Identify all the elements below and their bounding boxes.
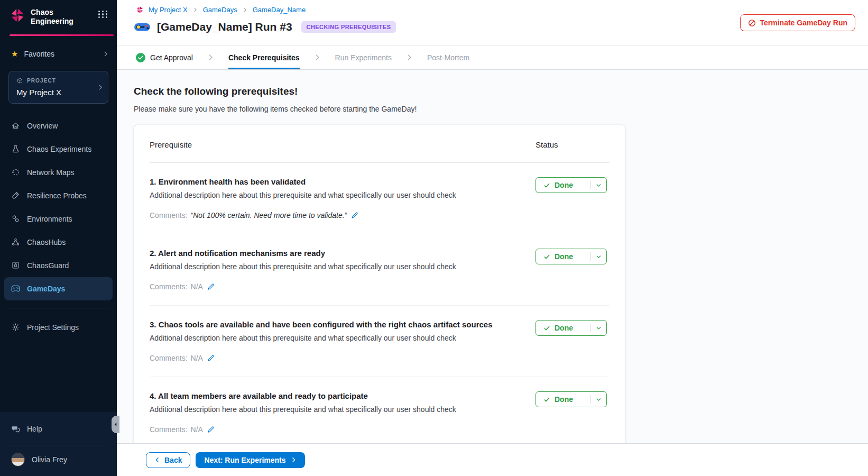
- home-icon: [11, 121, 20, 130]
- chevron-right-icon: [97, 84, 104, 91]
- step-check-prerequisites[interactable]: Check Prerequisites: [228, 45, 300, 69]
- edit-comment-icon[interactable]: [207, 283, 215, 290]
- prerequisite-title: 2. Alert and notification mechanisms are…: [150, 248, 535, 259]
- accent-divider: [10, 34, 114, 36]
- step-post-mortem[interactable]: Post-Mortem: [427, 45, 469, 69]
- avatar: [11, 453, 25, 466]
- user-name: Olivia Frey: [32, 455, 67, 464]
- chevron-right-icon: [313, 53, 321, 61]
- sidebar-header: Chaos Engineering: [0, 0, 117, 32]
- probe-icon: [11, 191, 20, 200]
- run-stepper: Get Approval Check Prerequisites Run Exp…: [117, 45, 868, 70]
- check-circle-icon: [136, 53, 145, 62]
- breadcrumb-project[interactable]: My Project X: [149, 6, 188, 14]
- column-prerequisite: Prerequisite: [150, 140, 535, 149]
- next-run-experiments-button[interactable]: Next: Run Experiments: [196, 452, 304, 468]
- prerequisite-title: 1. Environment health has been validated: [150, 177, 535, 187]
- comment-value: N/A: [191, 353, 203, 363]
- app-grid-icon[interactable]: [98, 7, 108, 18]
- comments-label: Comments:: [150, 210, 188, 221]
- prerequisite-description: Additional description here about this p…: [150, 261, 535, 272]
- page-header: My Project X GameDays GameDay_Name [Game…: [117, 0, 868, 45]
- project-selector[interactable]: PROJECT My Project X: [8, 71, 108, 104]
- footer-actions: Back Next: Run Experiments: [117, 443, 868, 476]
- prerequisite-title: 4. All team members are available and re…: [150, 391, 535, 401]
- edit-comment-icon[interactable]: [351, 212, 358, 219]
- check-icon: [543, 253, 550, 260]
- sidebar-item-chaosguard[interactable]: ChaosGuard: [0, 254, 117, 277]
- comment-value: “Not 100% certain. Need more time to val…: [191, 210, 347, 221]
- star-icon: ★: [11, 50, 18, 58]
- chevron-down-icon[interactable]: [591, 254, 606, 260]
- status-badge: CHECKING PREREQUISITES: [301, 21, 396, 33]
- brand-line2: Engineering: [31, 17, 98, 26]
- sidebar-item-network-maps[interactable]: Network Maps: [0, 161, 117, 184]
- edit-comment-icon[interactable]: [207, 354, 215, 362]
- comments-label: Comments:: [150, 281, 188, 292]
- prerequisite-row: 4. All team members are available and re…: [150, 377, 610, 443]
- column-status: Status: [535, 140, 610, 149]
- check-icon: [543, 182, 550, 189]
- chat-help-icon: [11, 425, 20, 434]
- sidebar-item-chaoshubs[interactable]: ChaosHubs: [0, 231, 117, 254]
- step-get-approval[interactable]: Get Approval: [136, 45, 193, 69]
- breadcrumb: My Project X GameDays GameDay_Name: [136, 6, 306, 14]
- brand-line1: Chaos: [31, 8, 98, 17]
- chevron-down-icon[interactable]: [591, 325, 606, 331]
- cube-icon: [16, 77, 23, 84]
- molecule-icon: [11, 237, 20, 246]
- chevron-down-icon[interactable]: [591, 182, 606, 188]
- project-name: My Project X: [16, 88, 94, 97]
- step-run-experiments[interactable]: Run Experiments: [335, 45, 392, 69]
- project-label: PROJECT: [27, 78, 56, 84]
- comments-label: Comments:: [150, 424, 188, 435]
- sidebar-item-help[interactable]: Help: [0, 418, 117, 440]
- breadcrumb-gamedays[interactable]: GameDays: [203, 6, 237, 14]
- prerequisite-description: Additional description here about this p…: [150, 404, 535, 415]
- terminate-gameday-run-button[interactable]: Terminate GameDay Run: [740, 14, 855, 31]
- main-area: My Project X GameDays GameDay_Name [Game…: [117, 0, 868, 476]
- chevron-right-icon: [242, 7, 248, 13]
- status-done-button[interactable]: Done: [535, 177, 607, 193]
- divider: [8, 308, 108, 308]
- gamepad-icon: [11, 284, 20, 293]
- prerequisite-title: 3. Chaos tools are available and have be…: [150, 319, 535, 330]
- comments-label: Comments:: [150, 353, 188, 363]
- gear-icon: [11, 323, 20, 332]
- sidebar: Chaos Engineering ★ Favorites PROJECT My…: [0, 0, 117, 476]
- prerequisites-card: Prerequisite Status 1. Environment healt…: [134, 125, 625, 443]
- cancel-icon: [748, 19, 756, 27]
- chevron-down-icon[interactable]: [591, 397, 606, 402]
- prerequisite-row: 1. Environment health has been validated…: [150, 163, 610, 234]
- content-area: Check the following prerequisites! Pleas…: [117, 70, 868, 443]
- back-button[interactable]: Back: [146, 452, 190, 468]
- content-heading: Check the following prerequisites!: [134, 86, 868, 97]
- comment-value: N/A: [191, 424, 203, 435]
- status-done-button[interactable]: Done: [535, 249, 607, 264]
- status-done-button[interactable]: Done: [535, 391, 607, 407]
- prerequisite-description: Additional description here about this p…: [150, 333, 535, 343]
- divider: [8, 445, 108, 445]
- chevron-right-icon: [102, 50, 109, 58]
- page-title: [GameDay_Name] Run #3: [157, 21, 292, 33]
- prerequisite-row: 3. Chaos tools are available and have be…: [150, 305, 610, 377]
- sidebar-item-gamedays[interactable]: GameDays: [4, 277, 113, 300]
- chevron-right-icon: [207, 53, 215, 61]
- check-icon: [543, 325, 550, 332]
- sidebar-collapse-handle[interactable]: [112, 416, 119, 433]
- status-done-button[interactable]: Done: [535, 320, 607, 336]
- prerequisite-row: 2. Alert and notification mechanisms are…: [150, 234, 610, 305]
- sidebar-item-environments[interactable]: Environments: [0, 207, 117, 231]
- sidebar-item-overview[interactable]: Overview: [0, 114, 117, 138]
- edit-comment-icon[interactable]: [207, 426, 215, 433]
- sidebar-nav: Overview Chaos Experiments Network Maps …: [0, 114, 117, 300]
- chaos-engineering-logo-icon: [10, 7, 25, 23]
- sidebar-item-chaos-experiments[interactable]: Chaos Experiments: [0, 138, 117, 161]
- prerequisite-description: Additional description here about this p…: [150, 190, 535, 200]
- chevron-right-icon: [192, 7, 198, 13]
- sidebar-favorites[interactable]: ★ Favorites: [0, 48, 117, 60]
- sidebar-item-resilience-probes[interactable]: Resilience Probes: [0, 184, 117, 207]
- sidebar-item-project-settings[interactable]: Project Settings: [0, 316, 117, 339]
- user-menu[interactable]: Olivia Frey: [0, 448, 117, 476]
- breadcrumb-gameday-name[interactable]: GameDay_Name: [253, 6, 306, 14]
